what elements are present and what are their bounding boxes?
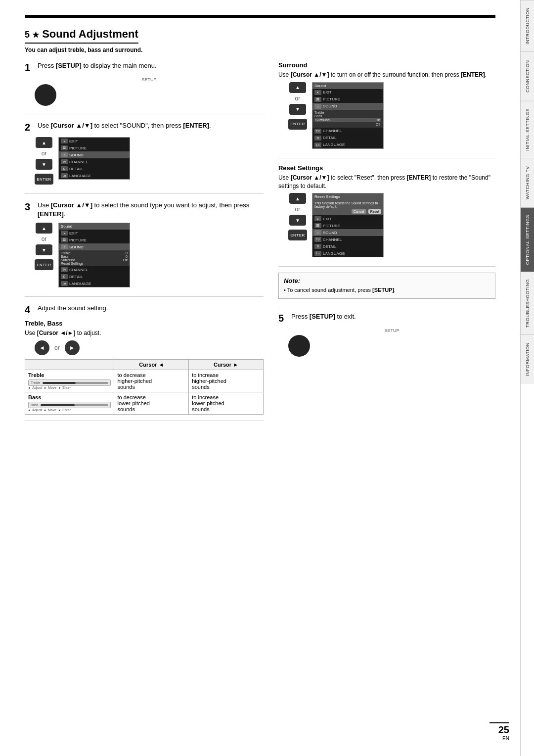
- menu-mockup-reset: Reset Settings This function resets the …: [312, 193, 384, 257]
- menu-mockup-surround: Sound ✕ EXIT 🖼 PICTURE ♪ SOU: [312, 82, 384, 149]
- treble-fill: [43, 382, 76, 384]
- menu-sound-3: ♪ SOUND: [59, 243, 130, 250]
- reset-menu-channel: TV CHANNEL: [312, 236, 383, 243]
- setup-label-1: SETUP: [35, 77, 264, 82]
- adjust-icon: ●: [28, 386, 30, 389]
- menu-mockup-3: Sound ✕ EXIT 🖼 PICTURE ♪ SOU: [58, 223, 130, 287]
- treble-bass-desc: Use [Cursor ◄/►] to adjust.: [25, 329, 264, 337]
- move-label: Move: [48, 386, 56, 389]
- detail-icon-3: D: [61, 274, 68, 279]
- menu-language-2: Ln LANGUAGE: [59, 172, 130, 179]
- sidebar-tab-watching-tv[interactable]: WATCHING TV: [521, 158, 534, 207]
- arrow-up-btn-2: ▲: [36, 137, 52, 148]
- left-column: 1 Press [SETUP] to display the main menu…: [25, 61, 264, 440]
- arrow-down-btn-2: ▼: [36, 159, 52, 170]
- step-2-section: 2 Use [Cursor ▲/▼] to select "SOUND", th…: [25, 121, 264, 194]
- reset-picture-icon: 🖼: [314, 223, 321, 228]
- arrow-down-reset: ▼: [289, 215, 306, 226]
- surround-text: Use [Cursor ▲/▼] to turn on or off the s…: [278, 71, 495, 79]
- reset-menu-sound: ♪ SOUND: [312, 229, 383, 236]
- setup-button-5: [288, 335, 310, 357]
- col-header-empty: [25, 360, 114, 370]
- reset-menu-language: Ln LANGUAGE: [312, 250, 383, 257]
- treble-label: Treble: [28, 372, 111, 378]
- sidebar-tab-information[interactable]: INFORMATION: [521, 334, 534, 384]
- enter-icon: ●: [58, 386, 60, 389]
- sidebar-tab-connection[interactable]: CONNECTION: [521, 51, 534, 101]
- sidebar-tab-optional-settings[interactable]: OPTIONAL SETTINGS: [521, 207, 534, 272]
- enter-btn-2: ENTER: [35, 174, 53, 185]
- menu-detail-3: D DETAIL: [59, 273, 130, 280]
- reset-detail-icon: D: [314, 244, 321, 249]
- treble-row-header: Treble Treble: [25, 370, 114, 392]
- step-3-section: 3 Use [Cursor ▲/▼] to select the sound t…: [25, 201, 264, 297]
- arrow-up-btn-3: ▲: [36, 223, 52, 234]
- menu-sound-2: ♪ SOUND: [59, 151, 130, 158]
- treble-cursor-left: to decreasehigher-pitchedsounds: [114, 370, 189, 392]
- arrow-down-surround: ▼: [289, 104, 306, 115]
- reset-menu-picture: 🖼 PICTURE: [312, 222, 383, 229]
- menu-exit-2: ✕ EXIT: [59, 138, 130, 144]
- reset-sound-icon: ♪: [314, 230, 321, 235]
- sidebar-tab-introduction[interactable]: INTRODUCTION: [521, 0, 534, 51]
- reset-language-icon: Ln: [314, 251, 321, 256]
- picture-icon-2: 🖼: [61, 145, 68, 150]
- page-number: 25: [490, 722, 509, 736]
- reset-remote-area: ▲ or ▼ ENTER Reset Settings This functio…: [288, 193, 495, 257]
- reset-menu-detail: D DETAIL: [312, 243, 383, 250]
- page-number-area: 25 EN: [490, 722, 509, 741]
- setup-label-5: SETUP: [288, 328, 495, 333]
- surround-exit-icon: ✕: [314, 90, 321, 95]
- surround-menu-language: Ln LANGUAGE: [312, 142, 383, 148]
- surround-menu-picture: 🖼 PICTURE: [312, 96, 383, 103]
- step-4-number: 4: [25, 304, 35, 316]
- bass-cursor-right: to increaselower-pitchedsounds: [189, 392, 264, 415]
- step-3-number: 3: [25, 201, 35, 213]
- step-2-text: Use [Cursor ▲/▼] to select "SOUND", then…: [38, 121, 211, 130]
- step-3-text: Use [Cursor ▲/▼] to select the sound typ…: [38, 201, 264, 219]
- step-4-section: 4 Adjust the sound setting. Treble, Bass…: [25, 304, 264, 433]
- page-title-section: ★ Sound Adjustment You can adjust treble…: [25, 28, 495, 53]
- menu-exit-3: ✕ EXIT: [59, 230, 130, 236]
- step-4-content: Treble, Bass Use [Cursor ◄/►] to adjust.…: [25, 320, 264, 421]
- bass-label: Bass: [28, 394, 111, 400]
- step-3-remote-area: ▲ or ▼ ENTER Sound ✕ EXIT: [35, 223, 264, 287]
- enter-label-b: Enter: [62, 408, 71, 412]
- arrow-down-cluster-2: ▼: [36, 159, 52, 170]
- exit-icon-3: ✕: [61, 231, 68, 236]
- arrow-down-btn-3: ▼: [36, 244, 52, 255]
- right-column: Surround Use [Cursor ▲/▼] to turn on or …: [278, 61, 495, 440]
- surround-heading: Surround: [278, 61, 495, 69]
- surround-sound-icon: ♪: [314, 104, 321, 109]
- right-arrow-btn: ►: [65, 340, 80, 355]
- menu-mockup-2: ✕ EXIT 🖼 PICTURE ♪ SOUND: [58, 137, 130, 180]
- left-arrow-btn: ◄: [35, 340, 49, 355]
- setup-button-1: [35, 84, 56, 106]
- enter-icon-b: ●: [58, 408, 60, 412]
- surround-language-icon: Ln: [314, 142, 321, 147]
- menu-picture-3: 🖼 PICTURE: [59, 236, 130, 243]
- bass-slider-bar: [41, 404, 109, 406]
- bass-row-header: Bass Bass: [25, 392, 114, 415]
- sidebar-tabs: INTRODUCTION CONNECTION INITIAL SETTINGS…: [520, 0, 534, 756]
- reset-menu-heading: Reset Settings: [312, 193, 383, 200]
- step-2-remote-area: ▲ or ▼ ENTER ✕ EXIT: [35, 137, 264, 185]
- sidebar-tab-troubleshooting[interactable]: TROUBLESHOOTING: [521, 272, 534, 334]
- surround-menu-exit: ✕ EXIT: [312, 89, 383, 96]
- surround-menu-sound: ♪ SOUND: [312, 103, 383, 110]
- arrow-up-reset: ▲: [289, 193, 306, 204]
- surround-menu-detail: D DETAIL: [312, 135, 383, 142]
- sidebar-tab-initial-settings[interactable]: INITIAL SETTINGS: [521, 101, 534, 158]
- menu-heading-3: Sound: [59, 223, 130, 230]
- enter-btn-3: ENTER: [35, 259, 53, 270]
- col-header-cursor-right: Cursor ►: [189, 360, 264, 370]
- lr-arrows: ◄ or ►: [35, 340, 264, 355]
- step-4-text: Adjust the sound setting.: [38, 304, 108, 313]
- surround-section: Surround Use [Cursor ▲/▼] to turn on or …: [278, 61, 495, 158]
- channel-icon-2: TV: [61, 159, 68, 164]
- picture-icon-3: 🖼: [61, 237, 68, 242]
- bass-btn-row: ● Adjust ● Move ● Enter: [28, 408, 111, 412]
- step-1-number: 1: [25, 61, 35, 73]
- top-border: [25, 15, 495, 18]
- page-lang: EN: [490, 736, 509, 741]
